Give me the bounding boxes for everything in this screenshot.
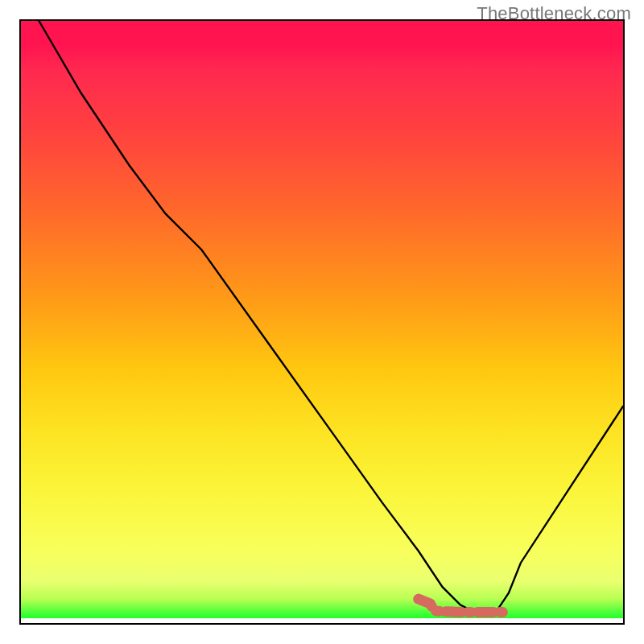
curve-layer [21,21,623,623]
bottleneck-curve-path [39,21,623,614]
chart-container: TheBottleneck.com [0,0,644,644]
plot-area [19,19,625,625]
